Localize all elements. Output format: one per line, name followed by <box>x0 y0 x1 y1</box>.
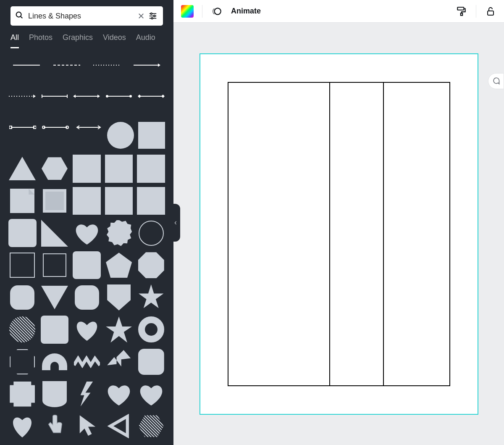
results-scroll[interactable] <box>0 47 173 445</box>
svg-point-0 <box>16 12 21 17</box>
filter-icon[interactable] <box>147 10 159 22</box>
shape-crest[interactable] <box>41 380 69 408</box>
toolbar-separator <box>476 5 476 18</box>
tab-all[interactable]: All <box>10 33 19 48</box>
line-arrow[interactable] <box>129 60 165 71</box>
search-input[interactable] <box>27 11 135 21</box>
tab-photos[interactable]: Photos <box>29 33 52 47</box>
tab-audio[interactable]: Audio <box>136 33 155 47</box>
shape-star[interactable] <box>137 283 165 311</box>
shape-heart[interactable] <box>8 412 37 440</box>
shape-play[interactable] <box>105 412 133 440</box>
svg-marker-22 <box>97 95 100 98</box>
line-dot-ends[interactable] <box>105 91 133 102</box>
shape-rblob[interactable] <box>8 283 37 311</box>
svg-line-1 <box>21 16 22 18</box>
workspace: Animate <box>173 0 504 445</box>
shape-badge[interactable] <box>105 219 133 247</box>
shape-ring[interactable] <box>137 316 165 344</box>
comment-button[interactable] <box>488 73 504 89</box>
canvas-column[interactable] <box>228 83 329 385</box>
line-dotted-arrow[interactable] <box>8 91 37 102</box>
shape-page[interactable] <box>8 187 37 215</box>
svg-point-7 <box>154 15 155 17</box>
svg-point-9 <box>151 18 153 19</box>
shape-star5[interactable] <box>105 316 133 344</box>
shape-square-outline[interactable] <box>41 251 69 279</box>
canvas-shape-group[interactable] <box>228 82 450 386</box>
line-dashed[interactable] <box>49 60 85 71</box>
shape-circle[interactable] <box>107 122 134 149</box>
color-picker-button[interactable] <box>181 5 194 18</box>
shape-rounded-square[interactable] <box>73 251 101 279</box>
canvas-column[interactable] <box>383 83 449 385</box>
svg-point-5 <box>151 13 152 15</box>
svg-rect-30 <box>9 126 12 129</box>
shape-triangle-down[interactable] <box>41 283 69 311</box>
svg-rect-39 <box>488 11 494 15</box>
shape-square[interactable] <box>105 187 133 215</box>
line-solid[interactable] <box>8 60 45 71</box>
animate-button[interactable]: Animate <box>231 7 261 16</box>
shape-octagon[interactable] <box>137 251 165 279</box>
shape-lightning[interactable] <box>73 380 101 408</box>
shape-rounded-square-chamfer[interactable] <box>137 348 165 376</box>
shape-pentagon[interactable] <box>105 251 133 279</box>
clear-icon[interactable] <box>135 10 147 22</box>
shape-heart[interactable] <box>105 380 133 408</box>
shape-rblob[interactable] <box>73 283 101 311</box>
svg-rect-38 <box>461 13 462 15</box>
line-bar-ends[interactable] <box>41 91 69 102</box>
line-square-ends[interactable] <box>8 122 37 133</box>
shape-frame[interactable] <box>41 187 69 215</box>
animate-icon[interactable] <box>211 5 223 17</box>
svg-marker-16 <box>33 95 36 98</box>
shape-square-outline[interactable] <box>8 251 37 279</box>
line-arrow-both-small[interactable] <box>74 122 103 133</box>
shape-hatched-circle[interactable] <box>8 316 37 344</box>
shape-rounded-square[interactable] <box>41 316 69 344</box>
shape-octagon-outline[interactable] <box>8 348 37 376</box>
shape-square[interactable] <box>137 187 165 215</box>
shape-triangle[interactable] <box>8 155 37 183</box>
canvas-area[interactable] <box>173 23 504 445</box>
svg-marker-14 <box>158 63 160 67</box>
tab-graphics[interactable]: Graphics <box>63 33 93 47</box>
shape-arc[interactable] <box>41 348 69 376</box>
elements-sidebar: All Photos Graphics Videos Audio <box>0 0 173 445</box>
shape-pointer-hand[interactable] <box>41 412 69 440</box>
category-tabs: All Photos Graphics Videos Audio <box>0 26 173 47</box>
shape-square[interactable] <box>73 155 101 183</box>
shape-cursor[interactable] <box>73 412 101 440</box>
svg-point-36 <box>215 8 221 14</box>
tab-videos[interactable]: Videos <box>103 33 126 47</box>
shape-square[interactable] <box>105 155 133 183</box>
shape-heart[interactable] <box>137 380 165 408</box>
shape-scallop[interactable] <box>8 380 37 408</box>
shape-circle-outline[interactable] <box>137 219 165 247</box>
svg-point-25 <box>129 95 132 97</box>
shape-square[interactable] <box>73 187 101 215</box>
shape-hexagon[interactable] <box>41 155 69 183</box>
shape-bolt[interactable] <box>105 348 133 376</box>
line-diamond-ends[interactable] <box>137 91 165 102</box>
line-circle-ends[interactable] <box>41 122 70 133</box>
svg-marker-21 <box>73 95 76 98</box>
shape-square[interactable] <box>138 122 165 149</box>
shape-hex-hatched[interactable] <box>137 412 165 440</box>
paint-roller-icon[interactable] <box>456 5 467 17</box>
shape-square[interactable] <box>137 155 165 183</box>
lock-icon[interactable] <box>485 5 496 17</box>
shape-rounded-square[interactable] <box>8 219 37 247</box>
line-double-arrow[interactable] <box>73 91 101 102</box>
canvas-column[interactable] <box>329 83 383 385</box>
shape-zigzag[interactable] <box>73 348 101 376</box>
canvas-page[interactable] <box>200 53 478 415</box>
line-dotted[interactable] <box>89 60 125 71</box>
shape-heart[interactable] <box>73 316 101 344</box>
toolbar-separator <box>202 5 202 18</box>
shape-heart[interactable] <box>73 219 101 247</box>
shape-right-triangle[interactable] <box>41 219 69 247</box>
shape-grid <box>8 155 165 440</box>
shape-shield[interactable] <box>105 283 133 311</box>
